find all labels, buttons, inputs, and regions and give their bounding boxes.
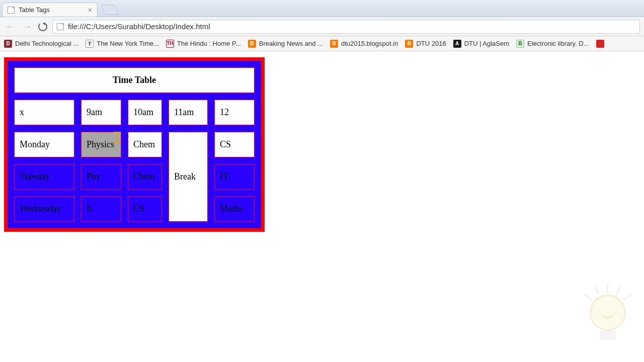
bookmark-label: DTU | AglaSem — [464, 40, 509, 47]
page-icon — [57, 23, 64, 30]
table-row: Tuesday Phy Chem IT — [14, 164, 255, 190]
subject-cell: Chem — [128, 164, 162, 190]
browser-tab[interactable]: Table Tags × — [2, 3, 98, 17]
time-table: Time Table x 9am 10am 11am 12 Monday Phy… — [4, 57, 265, 232]
favicon-icon: A — [453, 40, 461, 48]
browser-toolbar: ← → file:///C:/Users/Surabhi/Desktop/Ind… — [0, 17, 644, 36]
bookmark-item[interactable] — [596, 40, 604, 48]
header-cell: 12 — [214, 100, 255, 125]
favicon-icon — [596, 40, 604, 48]
subject-cell: Phy — [81, 164, 121, 190]
table-row: Monday Physics Chem Break CS — [14, 132, 255, 157]
favicon-icon: B — [248, 40, 256, 48]
table-title: Time Table — [14, 67, 255, 93]
table-header-row: x 9am 10am 11am 12 — [14, 100, 255, 125]
reload-button[interactable] — [38, 22, 47, 31]
address-bar[interactable]: file:///C:/Users/Surabhi/Desktop/Index.h… — [52, 20, 640, 34]
header-cell: 9am — [81, 100, 121, 125]
bookmark-item[interactable]: D Delhi Technological ... — [4, 40, 78, 48]
bookmark-label: The New York Time... — [97, 40, 159, 47]
day-cell: Monday — [14, 132, 74, 157]
bookmarks-bar: D Delhi Technological ... T The New York… — [0, 36, 644, 51]
browser-titlebar: Table Tags × — [0, 0, 644, 17]
favicon-icon: TH — [166, 40, 174, 48]
page-icon — [8, 7, 15, 14]
subject-cell: CS — [214, 132, 255, 157]
subject-cell: Chem — [128, 132, 162, 157]
back-button[interactable]: ← — [4, 21, 16, 32]
subject-cell: Physics — [81, 132, 121, 157]
bookmark-label: DTU 2016 — [416, 40, 446, 47]
tab-title: Table Tags — [19, 6, 50, 14]
bookmark-label: dtu2015.blogspot.in — [341, 40, 398, 47]
page-body: Time Table x 9am 10am 11am 12 Monday Phy… — [0, 51, 644, 238]
bookmark-label: Breaking News and ... — [259, 40, 323, 47]
header-cell: 10am — [128, 100, 162, 125]
forward-button[interactable]: → — [21, 21, 33, 32]
favicon-icon: B — [405, 40, 413, 48]
bookmark-item[interactable]: B DTU 2016 — [405, 40, 446, 48]
bookmark-item[interactable]: TH The Hindu : Home P... — [166, 40, 241, 48]
favicon-icon: T — [86, 40, 94, 48]
watermark-icon — [583, 281, 633, 351]
table-row: Wednesday It CS Maths — [14, 196, 255, 222]
url-text: file:///C:/Users/Surabhi/Desktop/Index.h… — [68, 22, 210, 31]
bookmark-item[interactable]: A DTU | AglaSem — [453, 40, 509, 48]
header-cell: x — [14, 100, 74, 125]
favicon-icon: B — [330, 40, 338, 48]
new-tab-button[interactable] — [101, 5, 118, 15]
close-icon[interactable]: × — [88, 6, 92, 14]
bookmark-item[interactable]: T The New York Time... — [86, 40, 159, 48]
bookmark-label: The Hindu : Home P... — [177, 40, 241, 47]
bookmark-item[interactable]: B Electronic library. D... — [516, 40, 589, 48]
bookmark-label: Delhi Technological ... — [15, 40, 78, 47]
favicon-icon: D — [4, 40, 12, 48]
bookmark-item[interactable]: B Breaking News and ... — [248, 40, 323, 48]
subject-cell: IT — [214, 164, 255, 190]
break-cell: Break — [169, 132, 208, 222]
bookmark-label: Electronic library. D... — [527, 40, 589, 47]
header-cell: 11am — [169, 100, 208, 125]
day-cell: Tuesday — [14, 164, 74, 190]
subject-cell: It — [81, 196, 121, 222]
favicon-icon: B — [516, 40, 524, 48]
subject-cell: CS — [128, 196, 162, 222]
day-cell: Wednesday — [14, 196, 74, 222]
bookmark-item[interactable]: B dtu2015.blogspot.in — [330, 40, 398, 48]
subject-cell: Maths — [214, 196, 255, 222]
